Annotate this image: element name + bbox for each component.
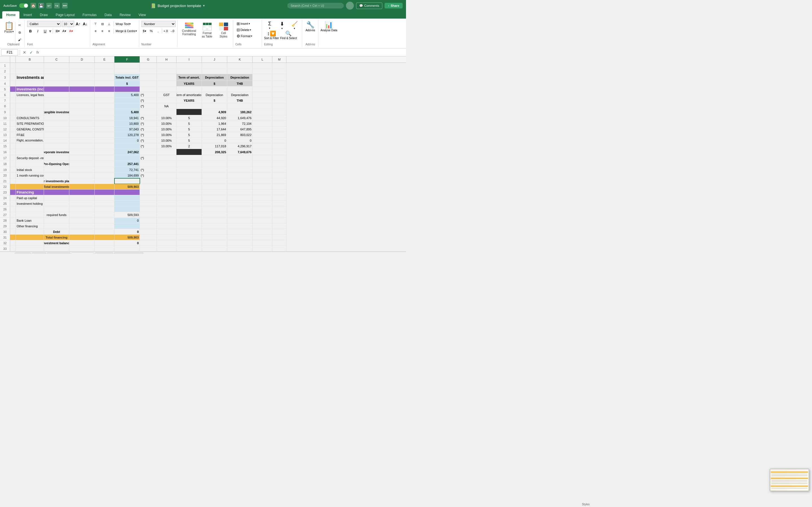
find-select-button[interactable]: 🔍 Find & Select — [280, 31, 297, 40]
col-header-L[interactable]: L — [253, 56, 272, 62]
cell-B24[interactable]: Paid up capital — [16, 195, 44, 201]
cell-A8[interactable] — [10, 103, 16, 109]
cell-H13[interactable]: 10.00% — [157, 132, 176, 138]
cell-H27[interactable] — [157, 212, 176, 218]
cell-C7[interactable] — [44, 98, 69, 103]
comments-button[interactable]: 💬Comments — [356, 3, 382, 9]
cell-E6[interactable] — [95, 92, 114, 98]
cell-B12[interactable]: GENERAL CONSTRUCTION — [16, 126, 44, 132]
cell-E32[interactable] — [95, 240, 114, 246]
cell-D31[interactable] — [69, 235, 95, 240]
cell-J25[interactable] — [202, 201, 227, 207]
cell-A20[interactable] — [10, 173, 16, 178]
cell-D14[interactable] — [69, 138, 95, 144]
addins-button[interactable]: 🔧 Add-ins — [306, 21, 315, 32]
cell-E16[interactable] — [95, 149, 114, 155]
cell-E11[interactable] — [95, 121, 114, 126]
cell-B1[interactable] — [16, 63, 44, 68]
cell-G14[interactable]: (*) — [140, 138, 157, 144]
cell-H2[interactable] — [157, 68, 176, 74]
cell-C32[interactable]: Investment balance — [44, 240, 69, 246]
cell-B13[interactable]: FF&E — [16, 132, 44, 138]
cell-F14[interactable]: 0 — [114, 138, 140, 144]
cell-M31[interactable] — [272, 235, 287, 240]
cell-I29[interactable] — [176, 223, 202, 229]
cell-C12[interactable] — [44, 126, 69, 132]
cell-C30[interactable]: Debt — [44, 229, 69, 235]
cell-J15[interactable]: 117,018 — [202, 144, 227, 149]
cell-M3[interactable] — [272, 74, 287, 81]
cell-B15[interactable] — [16, 144, 44, 149]
cell-K24[interactable] — [227, 195, 253, 201]
cell-D29[interactable] — [69, 223, 95, 229]
increase-font-button[interactable]: A↑ — [75, 21, 81, 27]
cell-K32[interactable] — [227, 240, 253, 246]
cell-J19[interactable] — [202, 167, 227, 173]
cell-reference-input[interactable] — [1, 49, 18, 55]
cell-B5[interactable]: Investments (incl. GST) — [16, 87, 44, 92]
cell-H15[interactable]: 10.00% — [157, 144, 176, 149]
cell-M1[interactable] — [272, 63, 287, 68]
cell-B9[interactable] — [16, 109, 44, 115]
cell-C26[interactable] — [44, 207, 69, 212]
cell-A19[interactable] — [10, 167, 16, 173]
cell-I2[interactable] — [176, 68, 202, 74]
cell-I25[interactable] — [176, 201, 202, 207]
fill-color-button[interactable]: A▾ — [61, 28, 67, 34]
cell-C21[interactable]: Other investments planned — [44, 178, 69, 184]
cell-A7[interactable] — [10, 98, 16, 103]
cell-L9[interactable] — [253, 109, 272, 115]
cell-K33[interactable] — [227, 246, 253, 251]
cell-M25[interactable] — [272, 201, 287, 207]
cell-K27[interactable] — [227, 212, 253, 218]
cell-H31[interactable] — [157, 235, 176, 240]
sort-filter-button[interactable]: ↕🔽 Sort & Filter — [264, 31, 279, 40]
cell-F29[interactable] — [114, 223, 140, 229]
cell-F26[interactable] — [114, 207, 140, 212]
cell-F25[interactable] — [114, 201, 140, 207]
cell-C11[interactable] — [44, 121, 69, 126]
cell-G27[interactable] — [140, 212, 157, 218]
cell-E9[interactable] — [95, 109, 114, 115]
cell-D16[interactable] — [69, 149, 95, 155]
cell-D26[interactable] — [69, 207, 95, 212]
cut-button[interactable]: ✂ — [17, 22, 23, 28]
cell-F30[interactable]: 0 — [114, 229, 140, 235]
cell-G32[interactable] — [140, 240, 157, 246]
cancel-formula-button[interactable]: ✕ — [22, 50, 28, 55]
cell-I21[interactable] — [176, 178, 202, 184]
cell-G16[interactable] — [140, 149, 157, 155]
cell-I17[interactable] — [176, 155, 202, 161]
cell-H8[interactable]: NA — [157, 103, 176, 109]
cell-D11[interactable] — [69, 121, 95, 126]
cell-D20[interactable] — [69, 173, 95, 178]
save-icon[interactable]: 💾 — [38, 3, 44, 8]
home-icon[interactable]: 🏠 — [31, 3, 36, 8]
cell-G24[interactable] — [140, 195, 157, 201]
cell-L29[interactable] — [253, 223, 272, 229]
cell-H22[interactable] — [157, 184, 176, 189]
delete-button[interactable]: ⊟ Delete ▾ — [236, 27, 260, 33]
cell-A2[interactable] — [10, 68, 16, 74]
cell-F24[interactable] — [114, 195, 140, 201]
cell-L30[interactable] — [253, 229, 272, 235]
cell-I16[interactable] — [176, 149, 202, 155]
cell-I5[interactable] — [176, 87, 202, 92]
cell-H16[interactable] — [157, 149, 176, 155]
cell-H6[interactable]: GST — [157, 92, 176, 98]
tab-review[interactable]: Review — [116, 11, 135, 18]
cell-A9[interactable] — [10, 109, 16, 115]
share-button[interactable]: ↑Share — [385, 3, 403, 8]
col-header-K[interactable]: K — [227, 56, 253, 62]
cell-L15[interactable] — [253, 144, 272, 149]
cell-C18[interactable]: Pre-Opening Opex — [44, 161, 69, 167]
cell-G30[interactable] — [140, 229, 157, 235]
cell-C10[interactable] — [44, 115, 69, 121]
cell-H21[interactable] — [157, 178, 176, 184]
cell-F19[interactable]: 72,741 — [114, 167, 140, 173]
cell-J28[interactable] — [202, 218, 227, 223]
wrap-text-button[interactable]: Wrap Text ▾ — [115, 21, 131, 27]
cell-L3[interactable] — [253, 74, 272, 81]
cell-G22[interactable] — [140, 184, 157, 189]
cell-B23[interactable]: Financing — [16, 189, 44, 195]
